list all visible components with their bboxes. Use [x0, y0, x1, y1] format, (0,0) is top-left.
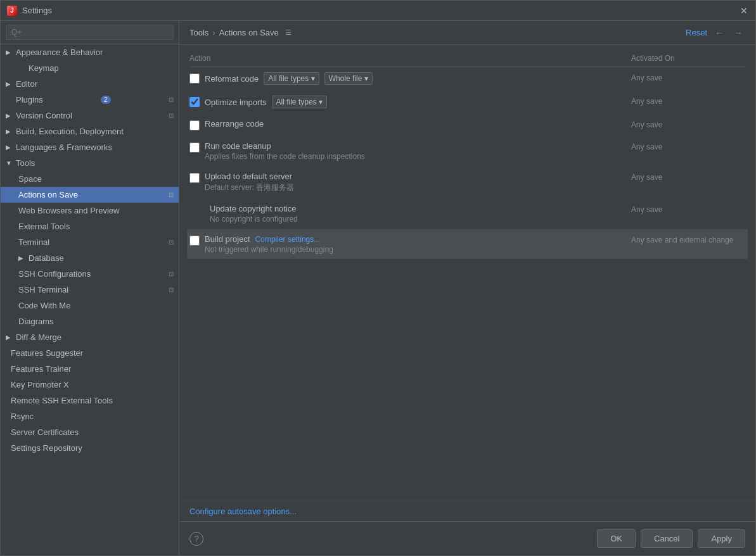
build-project-checkbox[interactable] [189, 236, 200, 246]
back-button[interactable]: ← [712, 27, 726, 39]
table-row: Update copyright notice No copyright is … [189, 199, 745, 229]
sidebar-item-appearance[interactable]: ▶ Appearance & Behavior [1, 44, 179, 60]
row-title: Optimize imports All file types ▾ [205, 96, 631, 108]
sidebar-item-build-execution[interactable]: ▶ Build, Execution, Deployment [1, 123, 179, 139]
sidebar: ▶ Appearance & Behavior Keymap ▶ Editor … [1, 21, 179, 555]
sidebar-item-rsync[interactable]: Rsync [1, 408, 179, 424]
sidebar-item-remote-ssh-external-tools[interactable]: Remote SSH External Tools [1, 393, 179, 408]
all-file-types-dropdown[interactable]: All file types ▾ [264, 72, 319, 85]
expand-arrow: ▶ [6, 49, 13, 56]
row-subtitle: Not triggered while running/debugging [205, 245, 631, 254]
whole-file-dropdown[interactable]: Whole file ▾ [324, 72, 373, 85]
action-name: Reformat code [205, 74, 259, 84]
search-input[interactable] [6, 25, 174, 40]
action-name: Optimize imports [205, 98, 267, 107]
sidebar-item-label: Keymap [29, 63, 59, 73]
ssh-term-settings-icon[interactable]: ⊡ [169, 286, 174, 293]
sidebar-item-diff-merge[interactable]: ▶ Diff & Merge [1, 329, 179, 345]
app-icon: J [7, 6, 17, 16]
sidebar-item-code-with-me[interactable]: Code With Me [1, 298, 179, 313]
table-container: Action Activated On Reformat code All fi… [179, 45, 755, 501]
sidebar-item-diagrams[interactable]: Diagrams [1, 313, 179, 329]
sidebar-item-languages[interactable]: ▶ Languages & Frameworks [1, 139, 179, 155]
table-row: Upload to default server Default server:… [189, 167, 745, 199]
compiler-settings-link[interactable]: Compiler settings... [255, 235, 321, 244]
actions-settings-icon[interactable]: ⊡ [169, 191, 174, 198]
sidebar-item-settings-repository[interactable]: Settings Repository [1, 440, 179, 456]
row-left: Rearrange code [189, 119, 631, 130]
optimize-imports-checkbox[interactable] [189, 97, 200, 107]
row-activated: Any save [631, 141, 745, 151]
sidebar-item-label: Appearance & Behavior [16, 47, 103, 57]
search-box [1, 21, 179, 44]
sidebar-item-label: Diff & Merge [16, 332, 61, 342]
plugins-settings-icon[interactable]: ⊡ [169, 96, 174, 103]
table-row: Run code cleanup Applies fixes from the … [189, 136, 745, 167]
help-button[interactable]: ? [189, 532, 203, 546]
sidebar-item-space[interactable]: Space [1, 171, 179, 187]
sidebar-item-actions-on-save[interactable]: Actions on Save ⊡ [1, 187, 179, 203]
row-title: Update copyright notice [210, 204, 631, 213]
sidebar-item-label: Editor [16, 79, 37, 89]
apply-button[interactable]: Apply [698, 529, 745, 548]
sidebar-item-web-browsers[interactable]: Web Browsers and Preview [1, 203, 179, 218]
expand-arrow: ▶ [6, 80, 13, 87]
sidebar-item-label: Web Browsers and Preview [18, 206, 119, 215]
sidebar-item-label: Terminal [18, 237, 49, 247]
bottom-bar: ? OK Cancel Apply [179, 521, 755, 555]
row-left: Upload to default server Default server:… [189, 172, 631, 193]
sidebar-item-version-control[interactable]: ▶ Version Control ⊡ [1, 108, 179, 123]
ok-button[interactable]: OK [597, 529, 636, 548]
sidebar-item-label: Plugins [16, 95, 43, 104]
close-button[interactable]: ✕ [739, 6, 749, 16]
sidebar-item-label: Space [18, 174, 42, 184]
sidebar-item-label: Database [29, 253, 64, 263]
action-name: Rearrange code [205, 119, 264, 129]
sidebar-item-ssh-configurations[interactable]: SSH Configurations ⊡ [1, 266, 179, 282]
breadcrumb-menu-icon[interactable]: ☰ [285, 28, 292, 37]
row-content: Build project Compiler settings... Not t… [205, 234, 631, 254]
forward-button[interactable]: → [731, 27, 745, 39]
sidebar-item-features-trainer[interactable]: Features Trainer [1, 361, 179, 377]
sidebar-item-features-suggester[interactable]: Features Suggester [1, 345, 179, 361]
main-content: ▶ Appearance & Behavior Keymap ▶ Editor … [1, 21, 755, 555]
sidebar-item-terminal[interactable]: Terminal ⊡ [1, 234, 179, 250]
row-activated: Any save [631, 119, 745, 129]
table-row: Optimize imports All file types ▾ Any sa… [189, 91, 745, 114]
rearrange-code-checkbox[interactable] [189, 120, 200, 130]
title-bar: J Settings ✕ [1, 1, 755, 21]
version-control-settings-icon[interactable]: ⊡ [169, 112, 174, 119]
sidebar-item-tools[interactable]: ▼ Tools [1, 155, 179, 171]
row-subtitle: No copyright is configured [210, 215, 631, 224]
table-header: Action Activated On [189, 50, 745, 67]
sidebar-item-label: Tools [16, 158, 35, 168]
sidebar-item-label: Settings Repository [11, 443, 82, 453]
configure-link-container: Configure autosave options... [179, 501, 755, 521]
reset-button[interactable]: Reset [686, 28, 707, 37]
sidebar-item-key-promoter-x[interactable]: Key Promoter X [1, 377, 179, 393]
cancel-button[interactable]: Cancel [641, 529, 693, 548]
sidebar-item-server-certificates[interactable]: Server Certificates [1, 424, 179, 440]
action-name: Run code cleanup [205, 141, 271, 151]
all-file-types-dropdown[interactable]: All file types ▾ [272, 96, 327, 108]
terminal-settings-icon[interactable]: ⊡ [169, 239, 174, 246]
configure-autosave-link[interactable]: Configure autosave options... [189, 507, 297, 516]
expand-arrow: ▶ [6, 144, 13, 151]
sidebar-item-label: Build, Execution, Deployment [16, 127, 124, 136]
sidebar-item-ssh-terminal[interactable]: SSH Terminal ⊡ [1, 282, 179, 298]
expand-arrow: ▶ [6, 112, 13, 119]
run-code-cleanup-checkbox[interactable] [189, 142, 200, 153]
sidebar-item-external-tools[interactable]: External Tools [1, 218, 179, 234]
sidebar-item-editor[interactable]: ▶ Editor [1, 76, 179, 92]
row-activated: Any save [631, 172, 745, 182]
sidebar-item-database[interactable]: ▶ Database [1, 250, 179, 266]
sidebar-item-keymap[interactable]: Keymap [1, 60, 179, 76]
reformat-code-checkbox[interactable] [189, 73, 200, 84]
ssh-conf-settings-icon[interactable]: ⊡ [169, 270, 174, 277]
table-row: Reformat code All file types ▾ Whole fil… [189, 67, 745, 91]
sidebar-item-plugins[interactable]: Plugins 2 ⊡ [1, 92, 179, 108]
row-title: Run code cleanup [205, 141, 631, 151]
upload-default-server-checkbox[interactable] [189, 173, 200, 183]
row-title: Upload to default server [205, 172, 631, 181]
expand-arrow: ▶ [18, 255, 26, 262]
